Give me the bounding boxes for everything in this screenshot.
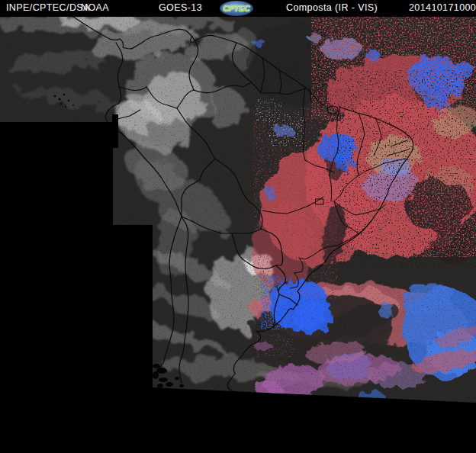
satellite-product-window: INPE/CPTEC/DSA NOAA GOES-13 CPTEC Compos… [0,0,476,453]
header-bar: INPE/CPTEC/DSA NOAA GOES-13 CPTEC Compos… [0,0,476,17]
timestamp-label: 201410171000 [409,2,476,13]
satellite-map [0,17,476,453]
cptec-logo-text: CPTEC [223,4,250,13]
cptec-logo-icon: CPTEC [220,1,253,16]
agency-label: INPE/CPTEC/DSA [6,2,90,13]
network-label: NOAA [81,2,109,13]
satellite-label: GOES-13 [159,2,202,13]
product-label: Composta (IR - VIS) [286,2,378,13]
scan-edge-notch [112,114,118,148]
